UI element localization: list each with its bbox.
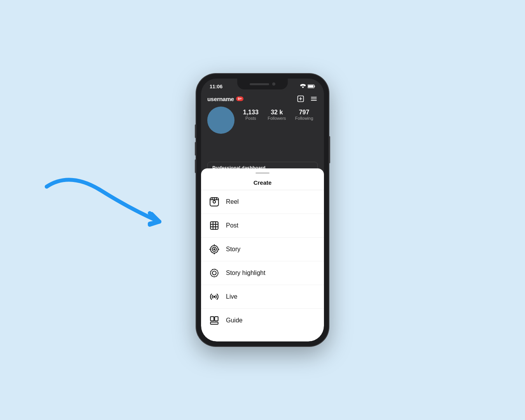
svg-rect-15 xyxy=(210,222,218,229)
profile-header: username 9+ xyxy=(207,93,318,107)
svg-rect-32 xyxy=(215,317,218,321)
live-label: Live xyxy=(226,293,237,300)
story-icon xyxy=(209,244,220,255)
phone-screen: 11:06 username xyxy=(201,79,324,341)
story-label: Story xyxy=(226,246,240,253)
svg-point-28 xyxy=(210,269,218,277)
menu-item-reel[interactable]: Reel xyxy=(201,190,324,214)
post-icon xyxy=(209,220,220,231)
username-text: username xyxy=(207,96,234,102)
stats-row: 1,133 Posts 32 k Followers 797 Following xyxy=(238,107,318,121)
followers-stat: 32 k Followers xyxy=(268,109,286,121)
story-highlight-label: Story highlight xyxy=(226,270,265,276)
svg-rect-31 xyxy=(210,317,214,321)
menu-item-post[interactable]: Post xyxy=(201,214,324,238)
following-stat: 797 Following xyxy=(295,109,313,121)
svg-point-30 xyxy=(214,296,215,297)
wifi-icon xyxy=(300,84,306,89)
posts-stat: 1,133 Posts xyxy=(243,109,259,121)
profile-stats: 1,133 Posts 32 k Followers 797 Following xyxy=(207,107,318,134)
followers-label: Followers xyxy=(268,116,286,121)
notification-badge: 9+ xyxy=(236,96,243,101)
volume-up-button xyxy=(195,142,196,156)
arrow-annotation xyxy=(39,167,183,245)
svg-point-10 xyxy=(213,201,216,203)
menu-item-story[interactable]: Story xyxy=(201,238,324,261)
speaker xyxy=(250,83,269,85)
guide-label: Guide xyxy=(226,317,243,324)
menu-item-story-highlight[interactable]: Story highlight xyxy=(201,261,324,285)
posts-count: 1,133 xyxy=(243,109,259,116)
avatar xyxy=(207,107,234,134)
svg-rect-1 xyxy=(314,86,315,87)
bio-area xyxy=(207,138,318,162)
username-row: username 9+ xyxy=(207,96,243,102)
menu-icon[interactable] xyxy=(310,95,318,103)
add-post-icon[interactable] xyxy=(297,95,304,103)
post-label: Post xyxy=(226,222,238,229)
volume-down-button xyxy=(195,159,196,173)
battery-icon xyxy=(308,84,315,89)
sheet-title: Create xyxy=(201,176,324,190)
guide-icon xyxy=(209,315,220,326)
status-icons xyxy=(300,84,315,89)
create-bottom-sheet: Create Reel xyxy=(201,168,324,341)
menu-item-guide[interactable]: Guide xyxy=(201,309,324,332)
page-wrapper: 11:06 username xyxy=(0,0,525,420)
sheet-handle xyxy=(256,172,270,174)
status-time: 11:06 xyxy=(210,84,222,89)
svg-rect-2 xyxy=(308,85,313,88)
phone-mockup: 11:06 username xyxy=(196,74,329,346)
reel-icon xyxy=(209,196,220,207)
live-icon xyxy=(209,291,220,302)
camera xyxy=(272,82,275,86)
followers-count: 32 k xyxy=(268,109,286,116)
story-highlight-icon xyxy=(209,268,220,278)
following-label: Following xyxy=(295,116,313,121)
header-icons xyxy=(297,95,318,103)
posts-label: Posts xyxy=(243,116,259,121)
menu-item-live[interactable]: Live xyxy=(201,285,324,309)
notch xyxy=(237,79,288,89)
reel-label: Reel xyxy=(226,198,239,205)
svg-point-29 xyxy=(212,271,216,275)
following-count: 797 xyxy=(295,109,313,116)
svg-rect-33 xyxy=(210,322,218,324)
